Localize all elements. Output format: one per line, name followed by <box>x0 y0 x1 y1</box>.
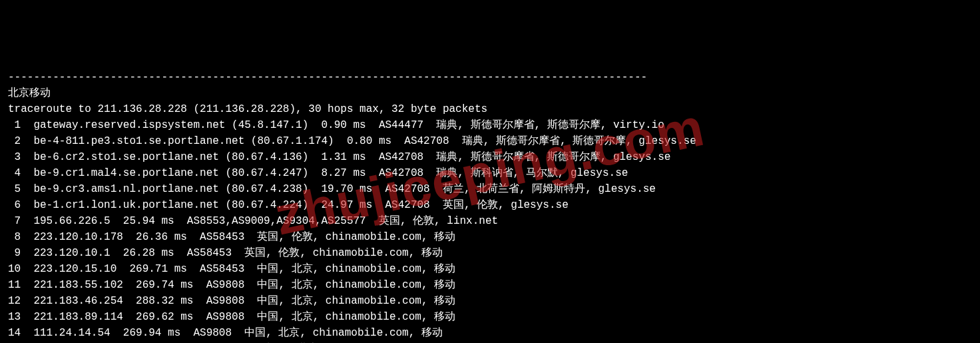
hop-line: 2 be-4-811.pe3.sto1.se.portlane.net (80.… <box>8 133 972 149</box>
hop-line: 11 221.183.55.102 269.74 ms AS9808 中国, 北… <box>8 277 972 293</box>
title-line: 北京移动 <box>8 85 972 101</box>
hop-line: 14 111.24.14.54 269.94 ms AS9808 中国, 北京,… <box>8 325 972 341</box>
hop-line: 7 195.66.226.5 25.94 ms AS8553,AS9009,AS… <box>8 213 972 229</box>
separator-line: ----------------------------------------… <box>8 69 972 85</box>
hop-line: 10 223.120.15.10 269.71 ms AS58453 中国, 北… <box>8 261 972 277</box>
hop-line: 13 221.183.89.114 269.62 ms AS9808 中国, 北… <box>8 309 972 325</box>
hop-line: 6 be-1.cr1.lon1.uk.portlane.net (80.67.4… <box>8 197 972 213</box>
hop-line: 9 223.120.10.1 26.28 ms AS58453 英国, 伦敦, … <box>8 245 972 261</box>
traceroute-header: traceroute to 211.136.28.228 (211.136.28… <box>8 101 972 117</box>
hop-line: 3 be-6.cr2.sto1.se.portlane.net (80.67.4… <box>8 149 972 165</box>
hops-list: 1 gateway.reserved.ispsystem.net (45.8.1… <box>8 117 972 343</box>
hop-line: 12 221.183.46.254 288.32 ms AS9808 中国, 北… <box>8 293 972 309</box>
hop-line: 4 be-9.cr1.mal4.se.portlane.net (80.67.4… <box>8 165 972 181</box>
hop-line: 1 gateway.reserved.ispsystem.net (45.8.1… <box>8 117 972 133</box>
hop-line: 8 223.120.10.178 26.36 ms AS58453 英国, 伦敦… <box>8 229 972 245</box>
hop-line: 5 be-9.cr3.ams1.nl.portlane.net (80.67.4… <box>8 181 972 197</box>
